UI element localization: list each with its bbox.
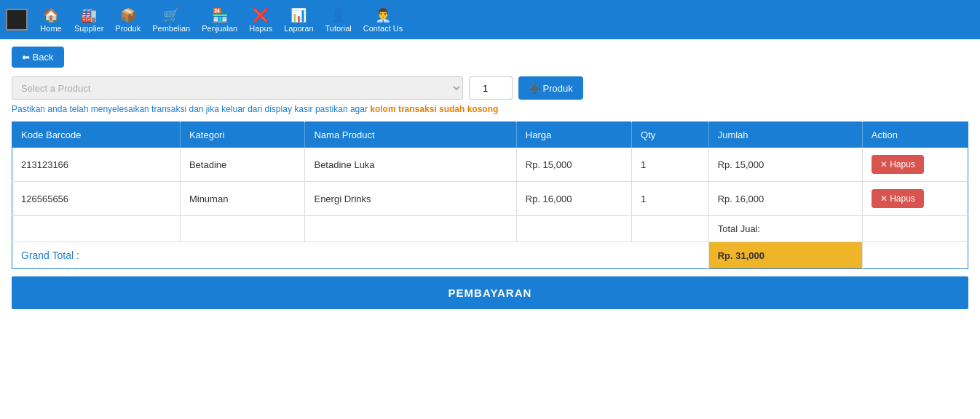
nav-hapus-label: Hapus — [249, 24, 272, 33]
nav-contact[interactable]: 👨‍💼 Contact Us — [359, 5, 407, 35]
nav-tutorial[interactable]: 👤 Tutorial — [321, 5, 356, 35]
th-barcode: Kode Barcode — [12, 122, 181, 148]
qty-input[interactable] — [469, 76, 513, 100]
cell-qty-1: 1 — [632, 148, 709, 182]
total-label: Total Jual: — [708, 216, 862, 242]
grand-total-action-empty — [862, 242, 968, 269]
hapus-nav-icon: ❌ — [253, 7, 269, 23]
nav-produk[interactable]: 📦 Produk — [111, 5, 145, 35]
nav-supplier-label: Supplier — [74, 24, 103, 33]
hapus-button-2[interactable]: ✕ Hapus — [872, 189, 924, 208]
tutorial-icon: 👤 — [331, 7, 347, 23]
pembayaran-button[interactable]: PEMBAYARAN — [12, 276, 968, 309]
nav-supplier[interactable]: 🏭 Supplier — [70, 5, 108, 35]
penjualan-icon: 🏪 — [212, 7, 228, 23]
th-jumlah: Jumlah — [708, 122, 862, 148]
cell-barcode-1: 213123166 — [12, 148, 181, 182]
warning-highlight: kolom transaksi sudah kosong — [370, 104, 498, 114]
nav-penjualan[interactable]: 🏪 Penjualan — [197, 5, 242, 35]
nav-items: 🏠 Home 🏭 Supplier 📦 Produk 🛒 Pembelian 🏪… — [35, 5, 407, 35]
total-label-row: Total Jual: — [12, 216, 968, 242]
supplier-icon: 🏭 — [81, 7, 97, 23]
add-produk-button[interactable]: ➕ Produk — [518, 76, 583, 100]
product-select[interactable]: Select a Product — [12, 76, 463, 100]
contact-icon: 👨‍💼 — [375, 7, 391, 23]
th-nama: Nama Product — [305, 122, 516, 148]
total-empty-3 — [305, 216, 516, 242]
nav-produk-label: Produk — [115, 24, 141, 33]
nav-hapus[interactable]: ❌ Hapus — [245, 5, 277, 35]
nav-pembelian-label: Pembelian — [152, 24, 190, 33]
cell-qty-2: 1 — [632, 182, 709, 216]
th-action: Action — [862, 122, 968, 148]
nav-laporan-label: Laporan — [284, 24, 313, 33]
nav-penjualan-label: Penjualan — [202, 24, 237, 33]
navbar: 🏠 Home 🏭 Supplier 📦 Produk 🛒 Pembelian 🏪… — [0, 0, 980, 39]
warning-text-before: Pastikan anda telah menyelesaikan transa… — [12, 104, 370, 114]
cell-kategori-2: Minuman — [180, 182, 305, 216]
cell-action-1: ✕ Hapus — [862, 148, 968, 182]
pembelian-icon: 🛒 — [163, 7, 179, 23]
table-row: 213123166 Betadine Betadine Luka Rp. 15,… — [12, 148, 968, 182]
table-row: 126565656 Minuman Energi Drinks Rp. 16,0… — [12, 182, 968, 216]
total-empty-5 — [632, 216, 709, 242]
grand-total-text: Grand Total : — [21, 250, 79, 261]
nav-home[interactable]: 🏠 Home — [35, 5, 67, 35]
app-logo — [6, 9, 28, 31]
cell-harga-2: Rp. 16,000 — [516, 182, 631, 216]
product-selector-row: Select a Product ➕ Produk — [12, 76, 968, 100]
total-empty-2 — [180, 216, 305, 242]
cell-harga-1: Rp. 15,000 — [516, 148, 631, 182]
th-kategori: Kategori — [180, 122, 305, 148]
hapus-button-1[interactable]: ✕ Hapus — [872, 155, 924, 174]
cell-jumlah-2: Rp. 16,000 — [708, 182, 862, 216]
th-harga: Harga — [516, 122, 631, 148]
laporan-icon: 📊 — [291, 7, 307, 23]
grand-total-row: Grand Total : Rp. 31,000 — [12, 242, 968, 269]
table-header-row: Kode Barcode Kategori Nama Product Harga… — [12, 122, 968, 148]
transaction-table: Kode Barcode Kategori Nama Product Harga… — [12, 121, 968, 269]
nav-home-label: Home — [40, 24, 61, 33]
cell-barcode-2: 126565656 — [12, 182, 181, 216]
nav-pembelian[interactable]: 🛒 Pembelian — [148, 5, 194, 35]
grand-total-value: Rp. 31,000 — [708, 242, 862, 269]
home-icon: 🏠 — [43, 7, 59, 23]
nav-contact-label: Contact Us — [363, 24, 403, 33]
produk-icon: 📦 — [120, 7, 136, 23]
cell-kategori-1: Betadine — [180, 148, 305, 182]
cell-action-2: ✕ Hapus — [862, 182, 968, 216]
cell-jumlah-1: Rp. 15,000 — [708, 148, 862, 182]
warning-text: Pastikan anda telah menyelesaikan transa… — [12, 104, 968, 114]
grand-total-label: Grand Total : — [12, 242, 709, 269]
cell-nama-1: Betadine Luka — [305, 148, 516, 182]
total-empty-1 — [12, 216, 181, 242]
total-action-empty — [862, 216, 968, 242]
back-button[interactable]: ⬅ Back — [12, 47, 64, 68]
total-empty-4 — [516, 216, 631, 242]
cell-nama-2: Energi Drinks — [305, 182, 516, 216]
nav-tutorial-label: Tutorial — [325, 24, 352, 33]
nav-laporan[interactable]: 📊 Laporan — [280, 5, 317, 35]
main-content: ⬅ Back Select a Product ➕ Produk Pastika… — [0, 39, 980, 419]
th-qty: Qty — [632, 122, 709, 148]
